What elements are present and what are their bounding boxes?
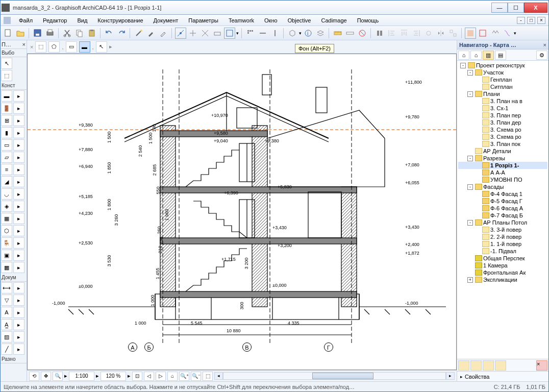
info-button[interactable]: i <box>303 28 314 39</box>
home-zoom-button[interactable]: ⌂ <box>167 372 178 381</box>
stair-opt[interactable]: ▸ <box>13 164 24 175</box>
navigator-tree[interactable]: -Проект реконструк-УчастокГенпланСитплан… <box>457 61 548 359</box>
nav-tab-publisher[interactable]: ▤ <box>495 51 506 60</box>
suspend-button[interactable] <box>374 28 385 39</box>
magic-wand-button[interactable] <box>133 28 144 39</box>
window-tool[interactable]: ⊞ <box>1 115 12 126</box>
snap-guide-button[interactable] <box>175 28 186 39</box>
mdi-minimize-button[interactable]: - <box>517 17 525 24</box>
measure-button[interactable] <box>332 28 343 39</box>
close-button[interactable]: X <box>524 3 547 13</box>
fill-opt[interactable]: ▸ <box>13 331 24 342</box>
tree-node[interactable]: -Проект реконструк <box>458 62 547 69</box>
undo-button[interactable] <box>104 28 115 39</box>
menu-editor[interactable]: Редактор <box>39 16 71 24</box>
tree-node[interactable]: Ф-4 Фасад 1 <box>458 190 547 198</box>
tree-node[interactable]: 1. 1-й повер <box>458 240 547 248</box>
view3d-button[interactable] <box>287 28 298 39</box>
column-opt[interactable]: ▸ <box>13 127 24 138</box>
nav-new-folder-button[interactable] <box>458 360 469 371</box>
minimize-button[interactable]: — <box>491 3 508 13</box>
layers-button[interactable] <box>315 28 326 39</box>
dimension-tool[interactable]: ⟷ <box>1 282 12 293</box>
trace-ref-button[interactable] <box>477 28 488 39</box>
door-tool[interactable]: 🚪 <box>1 103 12 114</box>
arrow-cursor-button[interactable]: ↖ <box>96 41 107 53</box>
geo-single-button[interactable]: ▭ <box>66 41 77 53</box>
grid-toggle-button[interactable] <box>245 28 256 39</box>
marquee-tool[interactable]: ⬚ <box>1 70 12 81</box>
ruler-button[interactable] <box>257 28 268 39</box>
tree-node[interactable]: -Фасады <box>458 183 547 190</box>
text-tool[interactable]: A <box>1 307 12 318</box>
nav-clone-button[interactable] <box>483 360 494 371</box>
fit-button[interactable]: ⊡ <box>132 372 142 381</box>
morph-button[interactable] <box>502 28 513 39</box>
curtain-opt[interactable]: ▸ <box>13 213 24 224</box>
nav-settings-button[interactable] <box>495 360 506 371</box>
tree-node[interactable]: 1 Розріз 1- <box>458 162 547 169</box>
properties-header[interactable]: Свойства <box>457 371 548 381</box>
tree-node[interactable]: -1. Підвал <box>458 248 547 255</box>
shell-tool[interactable]: ◡ <box>1 188 12 200</box>
rotate-button[interactable] <box>423 28 434 39</box>
label-opt[interactable]: ▸ <box>13 319 24 330</box>
mesh-tool[interactable]: ▩ <box>1 262 12 273</box>
pan-button[interactable]: ✥ <box>41 372 51 381</box>
menu-view[interactable]: Вид <box>73 16 91 24</box>
nav-tab-view[interactable]: ⌂ <box>470 51 482 60</box>
zone-opt[interactable]: ▸ <box>13 250 24 261</box>
object-opt[interactable]: ▸ <box>13 237 24 249</box>
tree-node[interactable]: Ф-5 Фасад Г <box>458 198 547 205</box>
tree-node[interactable]: 3. Схема ро <box>458 126 547 133</box>
zoom-button[interactable]: 🔍 <box>53 372 63 381</box>
eyedropper-button[interactable] <box>145 28 157 39</box>
level-tool[interactable]: ▽ <box>1 295 12 306</box>
menu-file[interactable]: Файл <box>15 16 37 24</box>
snap-point-button[interactable] <box>199 28 211 39</box>
zoom-input[interactable] <box>101 372 126 381</box>
slab-tool[interactable]: ▱ <box>1 152 12 163</box>
window-opt[interactable]: ▸ <box>13 115 24 126</box>
wall-tool[interactable]: ▬ <box>1 90 12 102</box>
next-zoom-button[interactable]: ▷ <box>156 372 166 381</box>
snap-grid-button[interactable] <box>187 28 198 39</box>
slab-opt[interactable]: ▸ <box>13 152 24 163</box>
beam-opt[interactable]: ▸ <box>13 139 24 151</box>
menu-cadimage[interactable]: Cadimage <box>317 16 351 24</box>
none-icon[interactable] <box>357 28 368 39</box>
zoom-extents-button[interactable]: 🔍⁺ <box>179 372 189 381</box>
label-tool[interactable]: A̲ <box>1 319 12 330</box>
zoom-window-button[interactable]: ⬚ <box>203 372 213 381</box>
nav-save-view-button[interactable] <box>470 360 482 371</box>
tree-node[interactable]: -Плани <box>458 90 547 97</box>
sel-poly-button[interactable]: ⬠ <box>48 41 60 53</box>
cut-button[interactable] <box>62 28 73 39</box>
open-button[interactable] <box>15 28 26 39</box>
new-button[interactable] <box>3 28 14 39</box>
roof-opt[interactable]: ▸ <box>13 176 24 187</box>
tree-node[interactable]: УМОВНІ ПО <box>458 176 547 183</box>
mdi-close-button[interactable]: × <box>537 17 545 24</box>
door-opt[interactable]: ▸ <box>13 103 24 114</box>
nav-options-button[interactable]: ⚙ <box>536 51 547 60</box>
tree-node[interactable]: Общая Перспек <box>458 255 547 262</box>
tree-node[interactable]: +Экспликации <box>458 276 547 283</box>
zoom-out-button[interactable]: 🔍⁻ <box>191 372 201 381</box>
redo-button[interactable] <box>116 28 127 39</box>
hscroll-thumb[interactable] <box>312 373 373 379</box>
menu-objective[interactable]: Objective <box>284 16 315 24</box>
sel-rect-button[interactable]: ⬚ <box>35 41 46 53</box>
tree-node[interactable]: Ф-7 Фасад Б <box>458 212 547 219</box>
sub-close-icon[interactable]: × <box>30 44 33 50</box>
tree-node[interactable]: -АР Планы Потол <box>458 219 547 226</box>
save-button[interactable] <box>32 28 43 39</box>
navigator-close-button[interactable]: × <box>543 42 546 48</box>
ruler2-button[interactable] <box>344 28 356 39</box>
tree-node[interactable]: 1 Камера <box>458 262 547 269</box>
text-opt[interactable]: ▸ <box>13 307 24 318</box>
nav-delete-button[interactable]: × <box>536 360 547 371</box>
curtain-tool[interactable]: ▦ <box>1 213 12 224</box>
morph-tool[interactable]: ⬡ <box>1 225 12 236</box>
tree-node[interactable]: АР Детали <box>458 148 547 155</box>
